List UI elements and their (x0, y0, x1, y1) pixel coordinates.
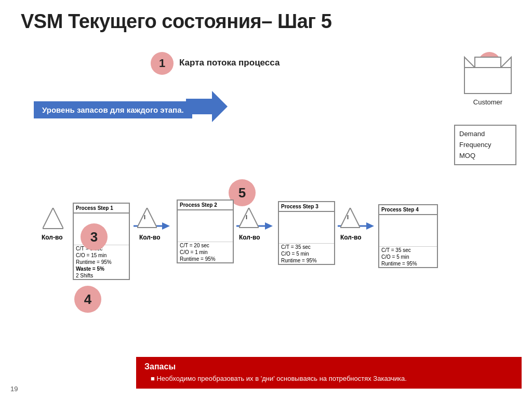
metric-2-2: Runtime = 95% (178, 256, 233, 262)
metric-1-3: Waste = 5% (74, 265, 129, 272)
svg-marker-5 (43, 208, 63, 229)
svg-marker-10 (265, 222, 273, 230)
page-number: 19 (10, 385, 18, 393)
process-header-2: Process Step 2 (178, 201, 233, 210)
svg-marker-13 (366, 222, 374, 230)
demand-line-1: Demand (459, 129, 511, 140)
svg-rect-3 (475, 57, 501, 68)
inv-i-3: I (347, 214, 349, 220)
metric-2-1: C/O = 1 min (178, 249, 233, 256)
svg-marker-1 (464, 57, 475, 68)
metric-1-2: Runtime = 95% (74, 259, 129, 265)
svg-marker-7 (162, 222, 170, 230)
qty-label-1: Кол-во (139, 234, 161, 241)
svg-marker-8 (137, 208, 157, 228)
inv-i-2: I (246, 214, 247, 220)
metric-3-0: C/T = 35 sec (279, 243, 334, 250)
metric-4-2: Runtime = 95% (379, 260, 437, 267)
customer-area: Customer (459, 52, 516, 106)
inventory-triangle-2 (239, 208, 259, 229)
process-header-3: Process Step 3 (279, 202, 334, 212)
demand-line-3: MOQ (459, 151, 511, 162)
step-circle-3: 3 (81, 223, 108, 250)
svg-marker-2 (501, 57, 511, 68)
metric-2-0: C/T = 20 sec (178, 242, 233, 249)
metric-4-1: C/O = 5 min (379, 254, 437, 260)
metric-3-2: Runtime = 95% (279, 257, 334, 264)
process-box-2: Process Step 2 C/T = 20 sec C/O = 1 min … (177, 200, 234, 263)
step1-label: Карта потока процесса (179, 58, 280, 68)
metric-4-0: C/T = 35 sec (379, 246, 437, 254)
process-header-1: Process Step 1 (74, 204, 129, 214)
metric-3-1: C/O = 5 min (279, 250, 334, 257)
info-box: Запасы ■ Необходимо преобразовать их в '… (136, 357, 522, 389)
inventory-triangle-3 (340, 208, 360, 229)
qty-label-0: Кол-во (42, 234, 63, 241)
metric-1-4: 2 Shifts (74, 272, 129, 279)
metric-1-1: C/O = 15 min (74, 252, 129, 259)
step-circle-4: 4 (74, 286, 101, 313)
qty-label-3: Кол-во (340, 234, 362, 241)
inv-i-1: I (144, 214, 145, 220)
process-header-4: Process Step 4 (379, 205, 437, 215)
demand-line-2: Frequency (459, 140, 511, 151)
customer-icon (459, 52, 516, 96)
info-box-title: Запасы (144, 362, 513, 371)
customer-label: Customer (473, 98, 502, 106)
inventory-triangle-0 (43, 208, 63, 231)
page: VSM Текущего состояния– Шаг 5 1 Карта по… (0, 0, 532, 399)
highlight-box: Уровень запасов для каждого этапа. (34, 101, 192, 118)
delivery-arrow (186, 91, 228, 122)
info-box-bullet: ■ Необходимо преобразовать их в 'дни' ос… (151, 374, 513, 384)
qty-label-2: Кол-во (239, 234, 260, 241)
svg-marker-14 (340, 208, 360, 228)
demand-box: Demand Frequency MOQ (454, 125, 516, 165)
step-circle-1: 1 (151, 52, 174, 75)
svg-marker-11 (239, 208, 259, 228)
bullet-symbol: ■ (151, 375, 156, 382)
inventory-triangle-1 (137, 208, 157, 229)
svg-rect-0 (464, 68, 511, 94)
page-title: VSM Текущего состояния– Шаг 5 (21, 10, 511, 33)
svg-marker-4 (186, 91, 228, 122)
process-box-4: Process Step 4 C/T = 35 sec C/O = 5 min … (378, 204, 438, 268)
process-box-3: Process Step 3 C/T = 35 sec C/O = 5 min … (278, 201, 335, 265)
